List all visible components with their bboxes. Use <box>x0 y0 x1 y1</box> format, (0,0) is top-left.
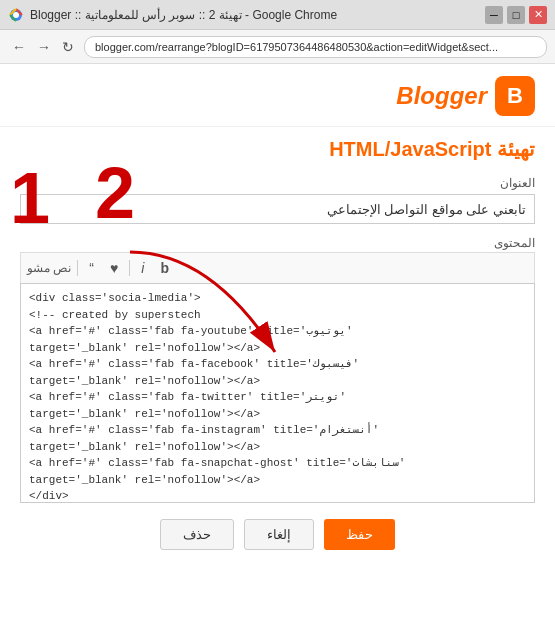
content-textarea[interactable] <box>20 283 535 503</box>
blogger-header: Blogger B <box>0 64 555 127</box>
close-button[interactable]: ✕ <box>529 6 547 24</box>
arrow-1-label: 1 <box>10 162 50 234</box>
svg-point-1 <box>13 12 19 18</box>
title-bar-left: Blogger :: تهيئة 2 :: سوبر رأس للمعلومات… <box>8 7 337 23</box>
toolbar-quote-btn[interactable]: “ <box>84 257 99 279</box>
back-button[interactable]: ← <box>8 37 30 57</box>
browser-content: Blogger B 1 2 تهيئة HTML/JavaScript العن… <box>0 64 555 640</box>
forward-button[interactable]: → <box>33 37 55 57</box>
blogger-logo-text: Blogger <box>396 82 487 110</box>
title-bar-text: Blogger :: تهيئة 2 :: سوبر رأس للمعلومات… <box>30 8 337 22</box>
address-bar: ← → ↻ <box>0 30 555 64</box>
delete-button[interactable]: حذف <box>160 519 234 550</box>
content-field: المحتوى نص مشو “ ♥ i b <box>20 236 535 507</box>
content-area-wrapper <box>20 283 535 507</box>
toolbar-sep-1 <box>77 260 78 276</box>
cancel-button[interactable]: إلغاء <box>244 519 314 550</box>
address-input[interactable] <box>84 36 547 58</box>
content-label: المحتوى <box>20 236 535 250</box>
save-button[interactable]: حفظ <box>324 519 395 550</box>
toolbar-bold-btn[interactable]: b <box>155 257 174 279</box>
toolbar-text-mode[interactable]: نص مشو <box>27 261 71 275</box>
chrome-icon <box>8 7 24 23</box>
toolbar-italic-btn[interactable]: i <box>136 257 149 279</box>
nav-buttons: ← → ↻ <box>8 37 78 57</box>
buttons-row: حفظ إلغاء حذف <box>20 519 535 550</box>
blogger-logo-icon: B <box>495 76 535 116</box>
maximize-button[interactable]: □ <box>507 6 525 24</box>
title-bar: Blogger :: تهيئة 2 :: سوبر رأس للمعلومات… <box>0 0 555 30</box>
page-body: 1 2 تهيئة HTML/JavaScript العنوان المحتو… <box>0 127 555 570</box>
minimize-button[interactable]: ─ <box>485 6 503 24</box>
editor-toolbar: نص مشو “ ♥ i b <box>20 252 535 283</box>
toolbar-heart-btn[interactable]: ♥ <box>105 257 123 279</box>
refresh-button[interactable]: ↻ <box>58 37 78 57</box>
arrow-2-label: 2 <box>95 157 135 229</box>
toolbar-sep-2 <box>129 260 130 276</box>
title-bar-controls: ─ □ ✕ <box>485 6 547 24</box>
blogger-logo: Blogger B <box>396 76 535 116</box>
